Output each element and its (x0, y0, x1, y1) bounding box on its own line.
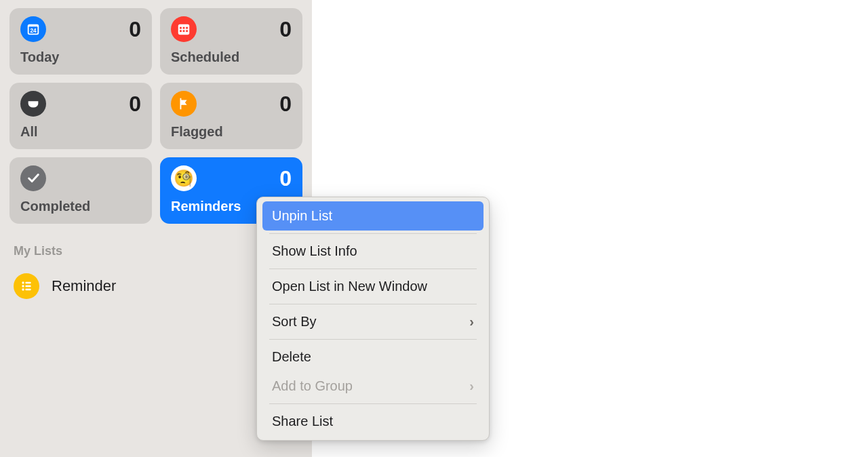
svg-rect-9 (186, 30, 188, 32)
menu-delete[interactable]: Delete (262, 342, 484, 372)
smart-reminders-count: 0 (279, 166, 292, 191)
menu-separator (269, 233, 477, 234)
svg-rect-11 (25, 282, 31, 284)
menu-show-list-info[interactable]: Show List Info (262, 237, 484, 266)
chevron-right-icon: › (469, 314, 474, 330)
smart-scheduled-count: 0 (279, 17, 292, 42)
svg-rect-4 (180, 27, 182, 29)
svg-point-12 (22, 285, 24, 287)
menu-separator (269, 304, 477, 304)
smart-all-card[interactable]: 0 All (9, 83, 152, 149)
svg-rect-8 (183, 30, 185, 32)
menu-add-to-group: Add to Group › (262, 372, 484, 401)
smart-scheduled-label: Scheduled (171, 49, 292, 65)
svg-rect-5 (183, 27, 185, 29)
menu-unpin-list[interactable]: Unpin List (262, 201, 484, 231)
smart-today-count: 0 (129, 17, 141, 42)
smart-lists-grid: 24 0 Today 0 Scheduled 0 (9, 8, 302, 224)
svg-rect-3 (178, 24, 190, 35)
svg-point-14 (22, 288, 24, 290)
svg-rect-13 (25, 285, 31, 287)
list-item-label: Reminder (52, 277, 116, 295)
menu-separator (269, 339, 477, 340)
smart-today-card[interactable]: 24 0 Today (9, 8, 152, 75)
tray-icon (20, 91, 46, 117)
svg-text:24: 24 (30, 28, 37, 34)
calendar-today-icon: 24 (20, 16, 46, 42)
svg-rect-7 (180, 30, 182, 32)
reminders-emoji-icon: 🧐 (171, 165, 197, 191)
svg-rect-15 (25, 289, 31, 291)
checkmark-icon (20, 165, 46, 191)
smart-all-label: All (20, 124, 141, 140)
chevron-right-icon: › (469, 378, 474, 394)
smart-flagged-count: 0 (279, 92, 292, 117)
svg-rect-6 (186, 27, 188, 29)
menu-share-list[interactable]: Share List (262, 407, 484, 436)
smart-completed-card[interactable]: Completed (9, 157, 152, 224)
svg-point-10 (22, 281, 24, 283)
smart-flagged-card[interactable]: 0 Flagged (160, 83, 302, 149)
menu-open-new-window[interactable]: Open List in New Window (262, 272, 484, 301)
smart-scheduled-card[interactable]: 0 Scheduled (160, 8, 302, 75)
smart-completed-label: Completed (20, 199, 141, 214)
menu-separator (269, 269, 477, 269)
smart-flagged-label: Flagged (171, 124, 292, 140)
calendar-icon (171, 16, 197, 42)
list-bullet-icon (14, 273, 39, 299)
flag-icon (171, 91, 197, 117)
menu-separator (269, 403, 477, 404)
context-menu: Unpin List Show List Info Open List in N… (256, 197, 490, 441)
smart-today-label: Today (20, 49, 141, 65)
menu-sort-by[interactable]: Sort By › (262, 307, 484, 336)
smart-all-count: 0 (129, 92, 141, 117)
